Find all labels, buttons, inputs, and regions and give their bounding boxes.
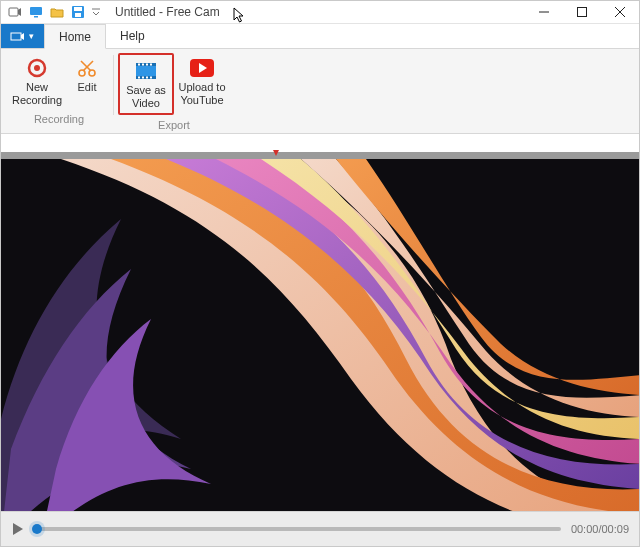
chevron-down-icon: ▾ [29, 31, 34, 41]
save-as-video-button[interactable]: Save as Video [121, 56, 171, 112]
seek-track[interactable] [35, 527, 561, 531]
open-icon[interactable] [49, 4, 65, 20]
file-tab[interactable]: ▾ [1, 24, 44, 48]
title-bar: Untitled - Free Cam [1, 1, 639, 24]
save-as-video-label: Save as Video [124, 84, 168, 109]
time-total: 00:09 [601, 523, 629, 535]
preview-area [1, 134, 639, 511]
preview-top-bar [1, 152, 639, 159]
ribbon: New Recording Edit Recording [1, 49, 639, 134]
tab-home[interactable]: Home [44, 24, 106, 49]
selection-highlight: Save as Video [118, 53, 174, 115]
window-controls [525, 1, 639, 23]
app-icon [7, 4, 23, 20]
new-recording-label: New Recording [12, 81, 62, 106]
group-recording-title: Recording [34, 113, 84, 125]
monitor-icon[interactable] [28, 4, 44, 20]
svg-rect-8 [11, 33, 21, 40]
group-export: Save as Video Upload to YouTube Export [114, 53, 234, 131]
svg-rect-5 [75, 13, 81, 17]
group-export-title: Export [158, 119, 190, 131]
tab-help-label: Help [120, 29, 145, 43]
quick-access-toolbar [1, 4, 107, 20]
time-current: 00:00 [571, 523, 599, 535]
ribbon-tabs: ▾ Home Help [1, 24, 639, 49]
svg-rect-22 [138, 77, 140, 79]
svg-point-10 [34, 65, 40, 71]
upload-youtube-button[interactable]: Upload to YouTube [174, 53, 230, 115]
svg-rect-4 [74, 7, 82, 11]
svg-rect-23 [142, 77, 144, 79]
edit-label: Edit [78, 81, 97, 94]
svg-rect-18 [138, 64, 140, 66]
save-icon[interactable] [70, 4, 86, 20]
film-icon [135, 60, 157, 82]
svg-rect-0 [9, 8, 18, 16]
record-icon [26, 57, 48, 79]
play-button[interactable] [11, 522, 25, 536]
playback-bar: 00:00/00:09 [1, 511, 639, 546]
svg-rect-2 [34, 16, 38, 18]
youtube-icon [190, 57, 214, 79]
svg-rect-24 [146, 77, 148, 79]
svg-rect-7 [578, 8, 587, 17]
app-window: Untitled - Free Cam ▾ Home Help [0, 0, 640, 547]
video-frame-art [1, 159, 639, 511]
svg-rect-20 [146, 64, 148, 66]
maximize-button[interactable] [563, 1, 601, 23]
qat-dropdown-icon[interactable] [91, 4, 101, 20]
tab-home-label: Home [59, 30, 91, 44]
marker-icon [273, 150, 279, 156]
time-display: 00:00/00:09 [571, 523, 629, 535]
window-title: Untitled - Free Cam [107, 5, 220, 19]
upload-youtube-label: Upload to YouTube [177, 81, 227, 106]
scissors-icon [77, 57, 97, 79]
edit-button[interactable]: Edit [65, 53, 109, 109]
minimize-button[interactable] [525, 1, 563, 23]
svg-rect-1 [30, 7, 42, 15]
tab-help[interactable]: Help [106, 24, 159, 48]
svg-rect-25 [150, 77, 152, 79]
video-canvas[interactable] [1, 159, 639, 511]
group-recording: New Recording Edit Recording [5, 53, 113, 125]
close-button[interactable] [601, 1, 639, 23]
svg-rect-19 [142, 64, 144, 66]
seek-knob[interactable] [32, 524, 42, 534]
new-recording-button[interactable]: New Recording [9, 53, 65, 109]
svg-rect-21 [150, 64, 152, 66]
file-tab-icon [11, 30, 25, 42]
